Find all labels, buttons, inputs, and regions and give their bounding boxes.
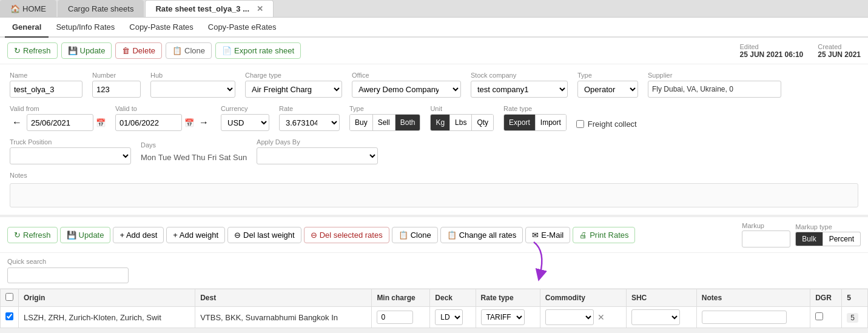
row-checkbox[interactable] — [5, 312, 13, 320]
type-select[interactable]: Operator — [577, 81, 638, 98]
buy-toggle[interactable]: Buy — [350, 115, 373, 130]
row-dgr-checkbox[interactable] — [815, 312, 823, 320]
col-rate-type: Rate type — [476, 289, 540, 307]
charge-type-select[interactable]: Air Freight Charg — [245, 81, 342, 98]
row-rate-type-select[interactable]: TARIFF — [481, 309, 525, 325]
lbs-toggle[interactable]: Lbs — [450, 115, 472, 130]
add-dest-button[interactable]: + Add dest — [113, 227, 164, 243]
notes-textarea[interactable] — [10, 183, 858, 207]
row-min-charge-input[interactable] — [377, 311, 413, 324]
import-toggle[interactable]: Import — [536, 115, 566, 130]
row-deck-select[interactable]: LD — [435, 309, 463, 325]
delete-button[interactable]: 🗑 Delete — [115, 42, 162, 59]
stock-company-select[interactable]: test company1 — [471, 81, 568, 98]
change-all-rates-button[interactable]: 📋 Change all rates — [440, 227, 523, 243]
rate-type-toggle-group: Export Import — [503, 114, 567, 131]
calendar-icon[interactable]: 📅 — [96, 118, 106, 127]
both-toggle[interactable]: Both — [395, 115, 420, 130]
rates-refresh-button[interactable]: ↻ Refresh — [7, 227, 58, 243]
quick-search-input[interactable] — [7, 267, 129, 283]
row-commodity-select[interactable] — [545, 309, 594, 325]
home-icon: 🏠 — [10, 4, 20, 13]
rates-clone-button[interactable]: 📋 Clone — [392, 227, 438, 243]
del-selected-button[interactable]: ⊖ Del selected rates — [304, 227, 389, 243]
del-last-weight-button[interactable]: ⊖ Del last weight — [227, 227, 301, 243]
add-weight-button[interactable]: + Add weight — [166, 227, 225, 243]
rate-label: Rate — [279, 105, 340, 112]
truck-position-label: Truck Position — [10, 138, 131, 146]
number-label: Number — [92, 72, 141, 79]
valid-to-next-button[interactable]: → — [197, 117, 211, 128]
valid-to-field-group: Valid to 📅 → — [115, 105, 211, 131]
percent-button[interactable]: Percent — [823, 232, 861, 246]
name-input[interactable] — [10, 81, 82, 98]
col-shc: SHC — [626, 289, 696, 307]
bulk-button[interactable]: Bulk — [795, 232, 823, 246]
hub-label: Hub — [150, 72, 235, 79]
valid-from-input[interactable] — [27, 114, 93, 131]
col-origin: Origin — [19, 289, 195, 307]
rates-save-icon: 💾 — [67, 230, 76, 240]
email-icon: ✉ — [532, 230, 539, 240]
row-shc-cell — [626, 307, 696, 328]
notes-label: Notes — [10, 172, 858, 179]
col-commodity: Commodity — [540, 289, 626, 307]
freight-collect-checkbox[interactable] — [576, 120, 584, 128]
truck-position-select[interactable] — [10, 147, 131, 164]
nav-tab-setup[interactable]: Setup/Info Rates — [49, 18, 122, 38]
nav-tab-general[interactable]: General — [5, 18, 49, 38]
row-deck-cell: LD — [430, 307, 476, 328]
rate-select[interactable]: 3.673104 — [279, 114, 340, 131]
print-rates-button[interactable]: 🖨 Print Rates — [573, 227, 635, 243]
update-button[interactable]: 💾 Update — [61, 42, 112, 59]
office-select[interactable]: Awery Demo Company — [352, 81, 461, 98]
days-value: Mon Tue Wed Thu Fri Sat Sun — [141, 153, 247, 162]
del-circle-icon: ⊖ — [311, 230, 317, 240]
col-notes: Notes — [696, 289, 810, 307]
row-num: 5 — [847, 313, 858, 323]
office-label: Office — [352, 72, 461, 79]
row-commodity-clear-button[interactable]: ✕ — [595, 312, 607, 322]
apply-days-select[interactable] — [257, 147, 378, 164]
nav-tab-copy-paste-e[interactable]: Copy-Paste eRates — [201, 18, 284, 38]
markup-input[interactable] — [742, 230, 790, 247]
valid-to-input[interactable] — [115, 114, 182, 131]
export-button[interactable]: 📄 Export rate sheet — [215, 42, 301, 59]
kg-toggle[interactable]: Kg — [431, 115, 450, 130]
form-area: Name Number Hub Charge type Air Freight … — [0, 64, 868, 217]
valid-from-prev-button[interactable]: ← — [10, 117, 24, 128]
refresh-button[interactable]: ↻ Refresh — [7, 42, 58, 59]
valid-from-label: Valid from — [10, 105, 106, 112]
row-dgr-cell — [810, 307, 842, 328]
export-toggle[interactable]: Export — [504, 115, 536, 130]
valid-to-label: Valid to — [115, 105, 211, 112]
hub-select[interactable] — [150, 81, 235, 98]
tab-cargo[interactable]: Cargo Rate sheets — [58, 0, 144, 17]
freight-collect-label[interactable]: Freight collect — [576, 119, 637, 129]
rate-type-field-group: Rate type Export Import — [503, 105, 567, 131]
unit-label: Unit — [430, 105, 494, 112]
currency-label: Currency — [221, 105, 269, 112]
tab-ratesheet[interactable]: Rate sheet test_olya_3 ... ✕ — [145, 0, 273, 17]
tab-cargo-label: Cargo Rate sheets — [68, 4, 133, 13]
select-all-checkbox[interactable] — [5, 293, 13, 301]
row-rate-type-cell: TARIFF — [476, 307, 540, 328]
tab-home[interactable]: 🏠 HOME — [0, 0, 56, 17]
nav-tab-copy-paste[interactable]: Copy-Paste Rates — [122, 18, 201, 38]
clone-button[interactable]: 📋 Clone — [166, 42, 212, 59]
rates-update-button[interactable]: 💾 Update — [60, 227, 111, 243]
row-shc-select[interactable] — [631, 309, 680, 325]
calendar-icon-2[interactable]: 📅 — [184, 118, 194, 127]
number-input[interactable] — [92, 81, 141, 98]
sell-toggle[interactable]: Sell — [373, 115, 395, 130]
rate-field-group: Rate 3.673104 — [279, 105, 340, 131]
refresh-icon: ↻ — [14, 46, 21, 55]
row-notes-input[interactable] — [702, 311, 787, 324]
currency-select[interactable]: USD — [221, 114, 269, 131]
truck-position-field-group: Truck Position — [10, 138, 131, 164]
qty-toggle[interactable]: Qty — [472, 115, 493, 130]
close-icon[interactable]: ✕ — [257, 4, 263, 13]
quick-search-area: Quick search — [0, 253, 868, 289]
rates-copy-icon: 📋 — [399, 230, 408, 240]
email-button[interactable]: ✉ E-Mail — [525, 227, 570, 243]
